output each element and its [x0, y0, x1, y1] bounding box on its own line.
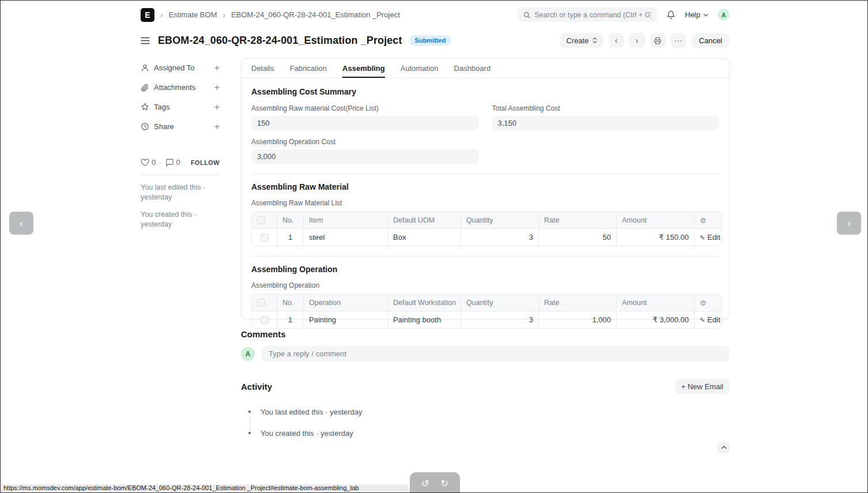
tab-assembling[interactable]: Assembling — [342, 59, 385, 78]
follow-button[interactable]: FOLLOW — [191, 159, 220, 166]
page-next-overlay-button[interactable]: › — [837, 212, 861, 235]
activity-heading: Activity — [241, 382, 272, 392]
add-tag-button[interactable]: + — [214, 103, 220, 112]
edit-row-button[interactable]: ✎Edit — [695, 311, 721, 328]
title-group: EBOM-24_060-QR-28-24-001_Estimation _Pro… — [141, 35, 451, 47]
add-assignment-button[interactable]: + — [214, 63, 220, 73]
section-heading-operation: Assembling Operation — [251, 265, 719, 274]
uom-cell[interactable]: Box — [388, 229, 461, 246]
next-document-button[interactable]: › — [629, 33, 645, 48]
more-options-button[interactable]: ··· — [671, 33, 686, 48]
tab-content: Assembling Cost Summary Assembling Raw m… — [241, 78, 729, 337]
heart-like-icon[interactable] — [141, 159, 149, 167]
create-label: Create — [567, 36, 589, 45]
breadcrumb-separator-icon: › — [160, 10, 163, 20]
workstation-cell[interactable]: Painting booth — [388, 311, 461, 328]
operation-cell[interactable]: Painting — [304, 311, 388, 328]
tab-details[interactable]: Details — [251, 59, 274, 78]
global-search[interactable] — [518, 7, 657, 22]
help-menu[interactable]: Help — [685, 10, 708, 19]
created-note[interactable]: You created this · yesterday — [141, 210, 220, 229]
raw-material-list-label: Assembling Raw Material List — [251, 199, 719, 207]
operation-cost-input[interactable] — [251, 149, 479, 164]
cost-summary-fields: Assembling Raw material Cost(Price List)… — [251, 104, 719, 164]
tag-star-icon — [141, 103, 149, 111]
add-attachment-button[interactable]: + — [214, 83, 220, 92]
grid-settings-gear-icon[interactable]: ⚙ — [700, 216, 707, 225]
comment-input[interactable] — [262, 346, 730, 362]
column-header: No. — [277, 212, 304, 229]
breadcrumb-root-link[interactable]: Estimate BOM — [169, 10, 217, 19]
engagement-row: 0 · 0 FOLLOW — [141, 158, 220, 167]
activity-timeline: You last edited this · yesterday You cre… — [248, 408, 730, 438]
field-label: Assembling Raw material Cost(Price List) — [251, 104, 479, 112]
sidebar-item-label: Tags — [154, 103, 169, 111]
total-assembling-cost-input[interactable] — [492, 116, 720, 130]
edit-label: Edit — [707, 315, 720, 324]
share-icon — [141, 122, 149, 131]
sidebar-item-label: Assigned To — [154, 63, 195, 72]
last-edited-note[interactable]: You last edited this · yesterday — [141, 183, 220, 202]
sidebar-item-attachments[interactable]: Attachments + — [141, 82, 220, 92]
search-input[interactable] — [534, 11, 651, 19]
item-cell[interactable]: steel — [304, 229, 388, 246]
operation-section: Assembling Operation Assembling Operatio… — [251, 256, 719, 329]
comments-count: 0 — [176, 158, 180, 167]
document-actions: Create ‹ › ··· Cancel — [560, 33, 730, 48]
sidebar-item-label: Attachments — [154, 83, 195, 92]
tab-fabrication[interactable]: Fabrication — [290, 59, 327, 78]
section-heading-raw-material: Assembling Raw Material — [251, 182, 719, 191]
row-checkbox[interactable] — [261, 316, 269, 324]
quantity-cell[interactable]: 3 — [461, 229, 539, 246]
row-checkbox[interactable] — [261, 234, 269, 242]
cancel-button[interactable]: Cancel — [692, 33, 730, 48]
grid-settings-gear-icon[interactable]: ⚙ — [700, 299, 707, 307]
help-label: Help — [685, 10, 700, 19]
sidebar-item-assigned-to[interactable]: Assigned To + — [141, 63, 220, 73]
app-logo[interactable]: E — [141, 8, 154, 22]
tab-automation[interactable]: Automation — [401, 59, 439, 78]
breadcrumb-current[interactable]: EBOM-24_060-QR-28-24-001_Estimation _Pro… — [231, 10, 400, 19]
menu-hamburger-icon[interactable] — [141, 37, 150, 44]
breadcrumb: E › Estimate BOM › EBOM-24_060-QR-28-24-… — [141, 8, 400, 22]
undo-icon[interactable]: ↺ — [421, 478, 429, 489]
scroll-to-top-button[interactable] — [718, 442, 730, 453]
paperclip-icon — [141, 83, 149, 92]
table-row: 1 steel Box 3 50 ₹ 150.00 ✎Edit — [252, 229, 721, 246]
raw-material-cost-input[interactable] — [251, 116, 479, 130]
app-window: E › Estimate BOM › EBOM-24_060-QR-28-24-… — [0, 0, 868, 493]
select-all-checkbox[interactable] — [257, 216, 265, 224]
column-header: Rate — [539, 295, 617, 311]
edit-row-button[interactable]: ✎Edit — [695, 229, 721, 246]
row-number-cell: 1 — [277, 229, 304, 246]
page-prev-overlay-button[interactable]: ‹ — [9, 212, 33, 235]
chevron-up-icon — [721, 446, 727, 449]
activity-section: Activity + New Email You last edited thi… — [241, 379, 730, 450]
undo-redo-overlay: ↺ ↻ — [410, 472, 460, 493]
print-button[interactable] — [650, 33, 666, 48]
rate-cell[interactable]: 1,000 — [539, 311, 617, 328]
document-sidebar: Assigned To + Attachments + Tags + — [141, 63, 220, 229]
add-share-button[interactable]: + — [214, 122, 220, 131]
rate-cell[interactable]: 50 — [539, 229, 617, 246]
create-button[interactable]: Create — [560, 33, 603, 48]
top-navbar: E › Estimate BOM › EBOM-24_060-QR-28-24-… — [141, 7, 730, 22]
user-avatar[interactable]: A — [718, 9, 730, 21]
notifications-bell-icon[interactable] — [666, 10, 675, 20]
edit-label: Edit — [707, 233, 720, 242]
sidebar-item-share[interactable]: Share + — [141, 122, 220, 131]
column-header: Quantity — [461, 295, 539, 311]
field-raw-material-cost: Assembling Raw material Cost(Price List) — [251, 104, 479, 130]
sidebar-item-tags[interactable]: Tags + — [141, 102, 220, 112]
raw-material-table: No. Item Default UOM Quantity Rate Amoun… — [251, 212, 722, 246]
prev-document-button[interactable]: ‹ — [609, 33, 624, 48]
select-all-checkbox[interactable] — [257, 299, 265, 307]
table-row: 1 Painting Painting booth 3 1,000 ₹ 3,00… — [252, 311, 721, 328]
quantity-cell[interactable]: 3 — [461, 311, 539, 328]
column-header: Amount — [617, 212, 695, 229]
tab-dashboard[interactable]: Dashboard — [454, 59, 491, 78]
redo-icon[interactable]: ↻ — [441, 478, 448, 489]
new-email-button[interactable]: + New Email — [675, 379, 730, 394]
column-header: No. — [277, 295, 304, 311]
comment-bubble-icon[interactable] — [165, 159, 174, 167]
